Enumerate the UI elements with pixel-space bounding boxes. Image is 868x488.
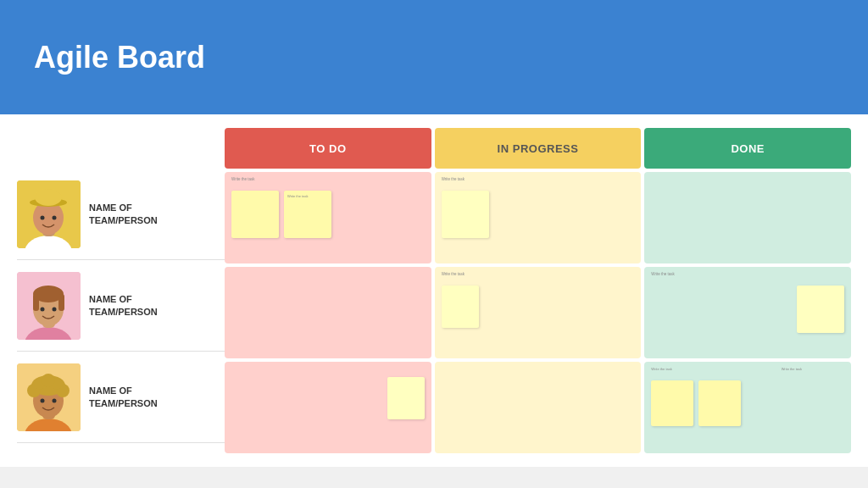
sticky-label-r2i1: Write the task bbox=[442, 272, 465, 276]
svg-point-7 bbox=[53, 215, 57, 219]
board-columns: TO DO IN PROGRESS DONE Write the task Wr… bbox=[225, 128, 851, 453]
sticky-label-r1i1: Write the task bbox=[442, 177, 465, 181]
board-container: NAME OFTEAM/PERSON bbox=[0, 114, 868, 467]
sidebar: NAME OFTEAM/PERSON bbox=[17, 128, 225, 453]
page-header: Agile Board bbox=[0, 0, 868, 114]
cell-row2-todo[interactable] bbox=[225, 267, 431, 358]
sticky-note-r3t1[interactable] bbox=[387, 377, 425, 419]
sticky-note-r1t1[interactable] bbox=[231, 191, 279, 238]
col-header-todo: TO DO bbox=[225, 128, 431, 169]
cell-row2-inprogress[interactable]: Write the task bbox=[435, 267, 642, 358]
board-row-2: Write the task Write the task bbox=[225, 267, 851, 358]
avatar-3 bbox=[17, 363, 81, 431]
sticky-note-r2d1[interactable] bbox=[797, 286, 844, 333]
svg-point-26 bbox=[42, 374, 55, 387]
svg-point-27 bbox=[41, 398, 45, 402]
board-row-1: Write the task Write the task Write the … bbox=[225, 172, 851, 263]
person-label-2: NAME OFTEAM/PERSON bbox=[89, 293, 158, 318]
person2-icon bbox=[17, 272, 81, 340]
sticky-label-r2d1: Write the task bbox=[651, 272, 674, 276]
cell-row1-inprogress[interactable]: Write the task bbox=[435, 172, 642, 263]
cell-row3-done[interactable]: Write the task Write the task bbox=[644, 362, 851, 453]
svg-rect-13 bbox=[33, 294, 39, 311]
sticky-label-r1t1: Write the task bbox=[231, 177, 254, 181]
svg-point-15 bbox=[41, 307, 45, 311]
sidebar-row-3: NAME OFTEAM/PERSON bbox=[17, 352, 225, 443]
cell-row1-done[interactable] bbox=[644, 172, 851, 263]
sticky-note-r1i1[interactable] bbox=[442, 191, 489, 238]
svg-point-28 bbox=[53, 398, 57, 402]
board-row-3: Write the task Write the task bbox=[225, 362, 851, 453]
sticky-note-r3d2[interactable] bbox=[698, 380, 741, 426]
sticky-note-r2i1[interactable] bbox=[442, 286, 479, 328]
avatar-2 bbox=[17, 272, 81, 340]
svg-rect-14 bbox=[58, 294, 64, 311]
avatar-1 bbox=[17, 180, 81, 248]
person-label-1: NAME OFTEAM/PERSON bbox=[89, 202, 158, 226]
sticky-note-r1t2[interactable]: Write the task bbox=[284, 191, 331, 238]
page-title: Agile Board bbox=[34, 40, 205, 75]
sticky-label-r3d2: Write the task bbox=[782, 367, 802, 371]
sticky-label-r3d1: Write the task bbox=[651, 367, 671, 371]
sidebar-row-2: NAME OFTEAM/PERSON bbox=[17, 260, 225, 352]
person-label-3: NAME OFTEAM/PERSON bbox=[89, 385, 158, 409]
sticky-note-r3d1[interactable] bbox=[651, 380, 693, 426]
cell-row1-todo[interactable]: Write the task Write the task bbox=[225, 172, 431, 263]
sidebar-row-1: NAME OFTEAM/PERSON bbox=[17, 169, 225, 260]
column-headers: TO DO IN PROGRESS DONE bbox=[225, 128, 851, 169]
board-rows: Write the task Write the task Write the … bbox=[225, 172, 851, 453]
cell-row3-todo[interactable] bbox=[225, 362, 431, 453]
cell-row2-done[interactable]: Write the task bbox=[644, 267, 851, 358]
col-header-done: DONE bbox=[644, 128, 851, 169]
svg-point-6 bbox=[41, 215, 45, 219]
svg-point-16 bbox=[53, 307, 57, 311]
person1-icon bbox=[17, 180, 81, 248]
person3-icon bbox=[17, 363, 81, 431]
svg-point-5 bbox=[35, 189, 62, 206]
col-header-inprogress: IN PROGRESS bbox=[435, 128, 642, 169]
cell-row3-inprogress[interactable] bbox=[435, 362, 642, 453]
